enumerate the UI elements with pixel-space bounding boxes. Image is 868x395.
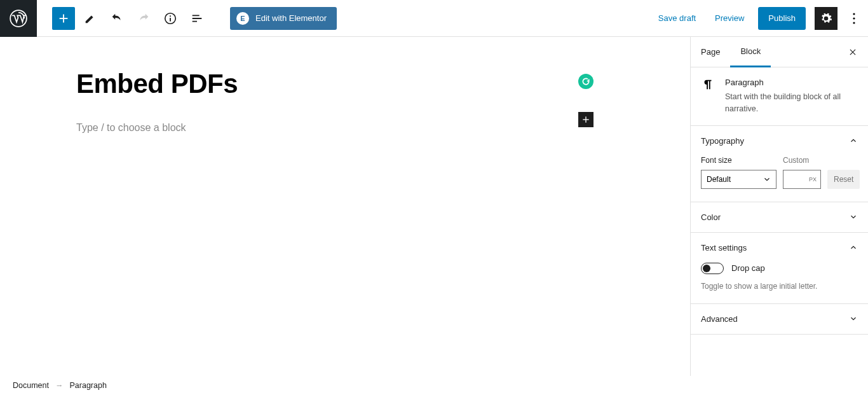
info-icon xyxy=(163,11,177,25)
advanced-panel: Advanced xyxy=(691,304,868,335)
color-header[interactable]: Color xyxy=(691,202,868,232)
breadcrumb: Document → Paragraph xyxy=(0,376,119,395)
svg-point-6 xyxy=(853,22,855,24)
sidebar-tabs: Page Block xyxy=(691,37,868,67)
edit-with-elementor-button[interactable]: E Edit with Elementor xyxy=(230,7,337,30)
breadcrumb-root[interactable]: Document xyxy=(13,381,49,390)
settings-sidebar: Page Block Paragraph Start with the buil… xyxy=(690,37,868,376)
breadcrumb-current[interactable]: Paragraph xyxy=(69,381,106,390)
drop-cap-hint: Toggle to show a large initial letter. xyxy=(701,282,858,291)
svg-rect-3 xyxy=(170,18,171,22)
svg-point-2 xyxy=(170,15,171,17)
plus-icon xyxy=(581,114,591,125)
tab-block[interactable]: Block xyxy=(730,38,771,67)
gear-icon xyxy=(820,12,832,25)
advanced-header[interactable]: Advanced xyxy=(691,304,868,334)
block-info: Paragraph Start with the building block … xyxy=(691,67,868,126)
block-description: Start with the building block of all nar… xyxy=(725,91,858,115)
plus-icon xyxy=(57,11,71,25)
drop-cap-label: Drop cap xyxy=(731,263,765,273)
drop-cap-toggle[interactable] xyxy=(701,263,724,274)
text-settings-header[interactable]: Text settings xyxy=(691,233,868,263)
font-size-select[interactable]: Default xyxy=(701,170,776,189)
custom-font-size-input[interactable] xyxy=(783,170,821,189)
undo-icon xyxy=(110,11,124,25)
font-size-label: Font size xyxy=(701,156,776,165)
block-placeholder[interactable]: Type / to choose a block xyxy=(76,122,652,134)
typography-panel: Typography Font size Default xyxy=(691,126,868,202)
publish-button[interactable]: Publish xyxy=(758,7,806,30)
reset-button[interactable]: Reset xyxy=(827,170,860,189)
undo-button[interactable] xyxy=(105,7,128,30)
tab-page[interactable]: Page xyxy=(691,37,730,67)
elementor-icon: E xyxy=(236,12,249,25)
save-draft-button[interactable]: Save draft xyxy=(653,10,701,27)
top-toolbar: E Edit with Elementor Save draft Preview… xyxy=(0,0,868,37)
chevron-down-icon xyxy=(849,314,858,323)
kebab-icon xyxy=(853,13,855,24)
close-sidebar-button[interactable] xyxy=(837,48,868,57)
wordpress-logo[interactable] xyxy=(0,0,37,37)
info-button[interactable] xyxy=(159,7,182,30)
settings-button[interactable] xyxy=(815,7,837,30)
pencil-icon xyxy=(83,11,97,25)
inline-add-block-button[interactable] xyxy=(578,112,593,127)
svg-point-4 xyxy=(853,13,855,15)
redo-icon xyxy=(137,11,151,25)
custom-label: Custom xyxy=(783,156,821,165)
grammarly-icon xyxy=(581,77,590,86)
paragraph-icon xyxy=(701,78,716,115)
chevron-up-icon xyxy=(849,243,858,252)
svg-point-5 xyxy=(853,17,855,19)
chevron-up-icon xyxy=(849,136,858,145)
chevron-down-icon xyxy=(849,212,858,221)
editor-canvas[interactable]: Embed PDFs Type / to choose a block xyxy=(0,37,690,376)
grammarly-badge[interactable] xyxy=(578,74,593,89)
breadcrumb-arrow: → xyxy=(55,381,64,390)
list-icon xyxy=(190,11,204,25)
color-panel: Color xyxy=(691,202,868,233)
redo-button[interactable] xyxy=(132,7,155,30)
add-block-button[interactable] xyxy=(52,7,75,30)
page-title[interactable]: Embed PDFs xyxy=(76,69,652,99)
elementor-label: Edit with Elementor xyxy=(255,13,327,23)
preview-button[interactable]: Preview xyxy=(710,10,749,27)
tools-button[interactable] xyxy=(79,7,102,30)
text-settings-panel: Text settings Drop cap Toggle to show a … xyxy=(691,233,868,304)
close-icon xyxy=(848,48,857,57)
outline-button[interactable] xyxy=(186,7,208,30)
block-name: Paragraph xyxy=(725,78,858,87)
more-options-button[interactable] xyxy=(846,7,862,30)
typography-header[interactable]: Typography xyxy=(691,126,868,156)
